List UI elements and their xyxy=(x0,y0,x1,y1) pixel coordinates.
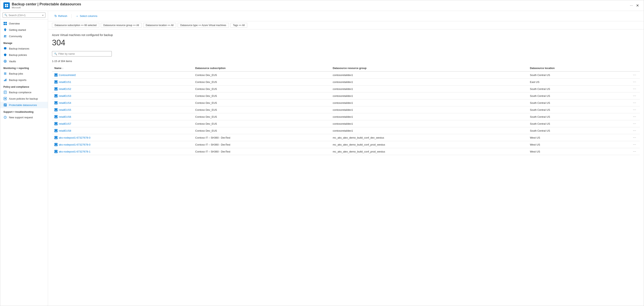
svg-rect-29 xyxy=(56,76,56,76)
close-button[interactable]: ✕ xyxy=(634,2,640,8)
cell-location: West US xyxy=(528,141,629,148)
cell-subscription: Contoso Dev_EUS xyxy=(193,86,330,92)
filter-type[interactable]: Datasource type == Azure Virtual machine… xyxy=(178,23,229,28)
filter-subscription[interactable]: Datasource subscription == 66 selected xyxy=(52,23,99,28)
refresh-icon: ↻ xyxy=(54,14,57,18)
header-ellipsis-button[interactable]: ··· xyxy=(628,2,634,8)
svg-rect-33 xyxy=(56,90,56,90)
row-name[interactable]: retailEUS2 xyxy=(59,88,71,90)
filter-location[interactable]: Datasource location == All xyxy=(143,23,176,28)
cell-location: South Central US xyxy=(528,86,629,92)
sidebar-item-backup-reports[interactable]: Backup reports xyxy=(0,77,48,83)
sidebar-item-community[interactable]: Community xyxy=(0,33,48,39)
row-actions-button[interactable]: ··· xyxy=(632,149,638,153)
table-row: retailEUS6 Contoso Dev_EUS contosoretail… xyxy=(52,113,640,120)
table-body: ContosoHotel2 Contoso Dev_EUS contosoret… xyxy=(52,71,640,155)
cell-resource-group: contosoretaildev1 xyxy=(330,106,528,113)
vm-icon xyxy=(54,143,58,146)
row-actions-button[interactable]: ··· xyxy=(632,142,638,147)
sidebar-item-backup-policies[interactable]: Backup policies xyxy=(0,52,48,58)
sidebar-item-vaults[interactable]: Vaults xyxy=(0,58,48,64)
cell-location: South Central US xyxy=(528,113,629,120)
svg-rect-6 xyxy=(4,24,5,25)
filter-input-wrap[interactable]: 🔍 xyxy=(52,51,112,56)
cell-subscription: Contoso Dev_EUS xyxy=(193,92,330,99)
cell-resource-group: mc_aks_alex_demo_build_conf_dev_westus xyxy=(330,134,528,141)
vm-icon xyxy=(54,73,58,77)
row-name[interactable]: aks-nodepool1-67327678-1 xyxy=(59,150,90,153)
row-actions-button[interactable]: ··· xyxy=(632,94,638,98)
row-name[interactable]: aks-nodepool1-67327678-0 xyxy=(59,143,90,146)
col-header-actions xyxy=(630,65,640,71)
row-actions-button[interactable]: ··· xyxy=(632,101,638,105)
row-actions-button[interactable]: ··· xyxy=(632,122,638,126)
row-name[interactable]: retailEUS8 xyxy=(59,129,71,132)
row-name[interactable]: retailEUS6 xyxy=(59,115,71,118)
sidebar-item-backup-instances[interactable]: Backup instances xyxy=(0,45,48,52)
row-actions-button[interactable]: ··· xyxy=(632,135,638,140)
row-name[interactable]: ContosoHotel2 xyxy=(59,74,76,77)
cell-resource-group: contosoretaildev1 xyxy=(330,127,528,134)
row-name[interactable]: retailEUS3 xyxy=(59,94,71,97)
shield-icon xyxy=(4,53,7,57)
search-input[interactable] xyxy=(8,14,42,17)
sort-icon[interactable]: ↕ xyxy=(62,67,63,69)
sidebar-item-backup-compliance[interactable]: Backup compliance xyxy=(0,89,48,95)
sidebar-item-protectable-datasources-label: Protectable datasources xyxy=(9,104,37,107)
svg-rect-28 xyxy=(55,74,57,76)
sidebar-item-backup-jobs[interactable]: Backup jobs xyxy=(0,70,48,77)
table-header-row: Name ↕ Datasource subscription Datasourc… xyxy=(52,65,640,71)
vm-icon xyxy=(54,108,58,111)
row-name[interactable]: retailEUS5 xyxy=(59,108,71,111)
filter-tags[interactable]: Tags == All xyxy=(230,23,248,28)
select-columns-button[interactable]: → Select columns xyxy=(73,13,100,19)
svg-rect-1 xyxy=(7,4,8,5)
sidebar-collapse-button[interactable]: « xyxy=(42,13,44,17)
svg-point-21 xyxy=(4,98,6,99)
filter-resource-group[interactable]: Datasource resource group == All xyxy=(101,23,142,28)
sidebar-item-overview[interactable]: Overview xyxy=(0,20,48,27)
table-row: retailEUS7 Contoso Dev_EUS contosoretail… xyxy=(52,120,640,127)
row-name[interactable]: retailEUS1 xyxy=(59,81,71,84)
svg-rect-32 xyxy=(55,88,57,89)
sidebar-item-backup-reports-label: Backup reports xyxy=(9,79,26,82)
cell-name: retailEUS5 xyxy=(52,106,193,113)
vm-icon xyxy=(54,94,58,97)
col-header-name: Name ↕ xyxy=(52,65,193,71)
row-actions-button[interactable]: ··· xyxy=(632,115,638,119)
cell-actions: ··· xyxy=(630,92,640,99)
search-box[interactable]: 🔍 « xyxy=(2,12,46,18)
sidebar-item-new-support[interactable]: ? New support request xyxy=(0,114,48,121)
row-name[interactable]: retailEUS7 xyxy=(59,122,71,125)
sidebar-item-overview-label: Overview xyxy=(9,22,20,25)
table-row: aks-nodepool1-67327678-1 Contoso IT – SH… xyxy=(52,148,640,155)
sidebar-item-protectable-datasources[interactable]: Protectable datasources xyxy=(0,102,48,108)
row-name[interactable]: aks-nodepool1-67327678-0 xyxy=(59,136,90,139)
svg-rect-31 xyxy=(56,83,56,83)
row-actions-button[interactable]: ··· xyxy=(632,73,638,77)
refresh-button[interactable]: ↻ Refresh xyxy=(52,13,70,19)
sidebar-item-getting-started[interactable]: Getting started xyxy=(0,27,48,33)
row-name[interactable]: retailEUS4 xyxy=(59,101,71,104)
sidebar-item-azure-policies[interactable]: Azure policies for backup xyxy=(0,95,48,102)
svg-rect-49 xyxy=(56,145,56,146)
row-actions-button[interactable]: ··· xyxy=(632,108,638,112)
cell-resource-group: contosoretaildev1 xyxy=(330,92,528,99)
grid-icon xyxy=(4,22,7,25)
vault-icon xyxy=(4,59,7,63)
table-row: retailEUS2 Contoso Dev_EUS contosoretail… xyxy=(52,86,640,92)
svg-text:?: ? xyxy=(4,117,6,119)
content-area: ↻ Refresh → Select columns Datasource su… xyxy=(48,11,644,306)
filter-by-name-input[interactable] xyxy=(58,52,110,55)
cell-name: retailEUS4 xyxy=(52,99,193,106)
cell-location: South Central US xyxy=(528,92,629,99)
row-actions-button[interactable]: ··· xyxy=(632,87,638,91)
svg-point-12 xyxy=(5,61,6,62)
svg-rect-46 xyxy=(55,137,57,138)
row-actions-button[interactable]: ··· xyxy=(632,80,638,84)
row-actions-button[interactable]: ··· xyxy=(632,129,638,133)
table-row: retailEUS5 Contoso Dev_EUS contosoretail… xyxy=(52,106,640,113)
cell-location: West US xyxy=(528,148,629,155)
cell-location: South Central US xyxy=(528,71,629,79)
sidebar-item-getting-started-label: Getting started xyxy=(9,28,26,31)
